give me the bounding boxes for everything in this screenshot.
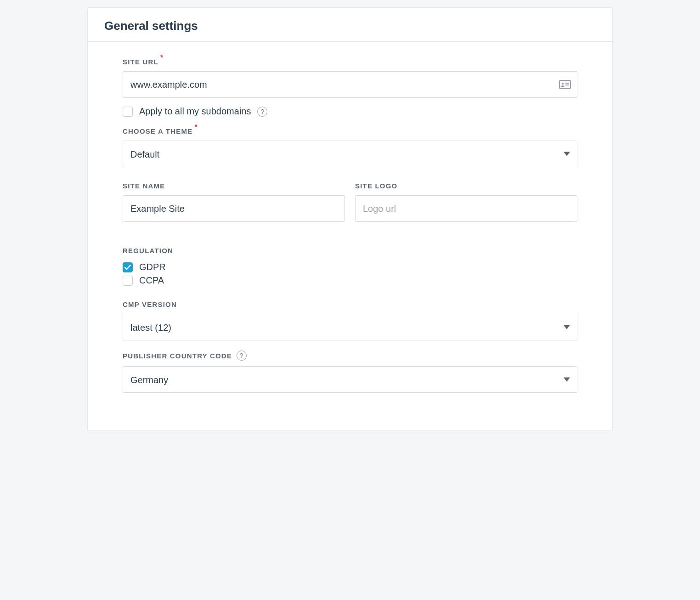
theme-select-wrap: Default bbox=[123, 141, 577, 167]
required-marker: * bbox=[194, 123, 198, 131]
label-site-name: Site Name bbox=[123, 182, 165, 190]
svg-rect-3 bbox=[565, 85, 569, 85]
label-theme: Choose a theme* bbox=[123, 127, 201, 135]
cmp-version-wrap: latest (12) bbox=[123, 314, 577, 340]
site-url-input-wrap bbox=[123, 71, 577, 98]
row-name-logo: Site Name Site Logo bbox=[123, 182, 577, 232]
publisher-country-select[interactable]: Germany bbox=[123, 366, 577, 393]
field-theme: Choose a theme* Default bbox=[123, 127, 577, 167]
svg-rect-2 bbox=[565, 83, 569, 84]
field-cmp-version: CMP Version latest (12) bbox=[123, 300, 577, 340]
label-cmp-version: CMP Version bbox=[123, 300, 177, 308]
gdpr-label: GDPR bbox=[139, 262, 166, 272]
gdpr-checkbox[interactable] bbox=[123, 262, 133, 272]
apply-subdomains-label: Apply to all my subdomains bbox=[139, 106, 251, 117]
ccpa-label: CCPA bbox=[139, 275, 164, 286]
label-publisher-country: Publisher Country Code ? bbox=[123, 351, 247, 361]
panel-header: General settings bbox=[88, 8, 612, 42]
required-marker: * bbox=[160, 54, 164, 62]
ccpa-checkbox[interactable] bbox=[123, 276, 133, 286]
field-site-url: Site URL* Apply to al bbox=[123, 57, 577, 117]
gdpr-row: GDPR bbox=[123, 262, 577, 272]
regulation-group: GDPR CCPA bbox=[123, 262, 577, 286]
chevron-down-icon bbox=[564, 152, 570, 156]
theme-select[interactable]: Default bbox=[123, 141, 577, 167]
help-icon[interactable]: ? bbox=[257, 107, 267, 117]
field-regulation: Regulation GDPR CCPA bbox=[123, 247, 577, 286]
label-regulation: Regulation bbox=[123, 247, 173, 255]
apply-subdomains-row: Apply to all my subdomains ? bbox=[123, 106, 577, 117]
field-site-logo: Site Logo bbox=[355, 182, 577, 222]
page-title: General settings bbox=[104, 19, 596, 33]
chevron-down-icon bbox=[564, 378, 570, 382]
label-site-url: Site URL* bbox=[123, 57, 166, 66]
id-card-icon bbox=[559, 80, 571, 89]
svg-point-1 bbox=[562, 83, 564, 85]
ccpa-row: CCPA bbox=[123, 275, 577, 286]
panel-body: Site URL* Apply to al bbox=[88, 42, 612, 430]
general-settings-panel: General settings Site URL* bbox=[87, 7, 613, 431]
field-site-name: Site Name bbox=[123, 182, 345, 222]
site-logo-input[interactable] bbox=[355, 195, 577, 222]
site-url-input[interactable] bbox=[123, 71, 577, 98]
help-icon[interactable]: ? bbox=[237, 351, 247, 361]
field-publisher-country: Publisher Country Code ? Germany bbox=[123, 351, 577, 393]
cmp-version-select[interactable]: latest (12) bbox=[123, 314, 577, 340]
chevron-down-icon bbox=[564, 325, 570, 329]
label-site-logo: Site Logo bbox=[355, 182, 397, 190]
site-name-input[interactable] bbox=[123, 195, 345, 222]
publisher-country-wrap: Germany bbox=[123, 366, 577, 393]
apply-subdomains-checkbox[interactable] bbox=[123, 107, 133, 117]
